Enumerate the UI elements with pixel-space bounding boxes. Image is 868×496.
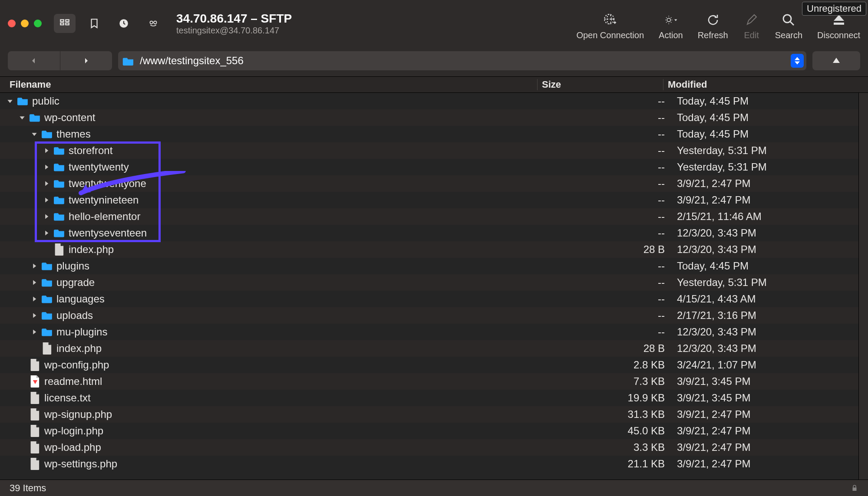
folder-row[interactable]: twentynineteen -- 3/9/21, 2:47 PM xyxy=(0,192,868,208)
disclosure-triangle-icon[interactable] xyxy=(30,263,38,269)
folder-row[interactable]: storefront -- Yesterday, 5:31 PM xyxy=(0,142,868,159)
folder-row[interactable]: themes -- Today, 4:45 PM xyxy=(0,126,868,142)
row-modified: 12/3/20, 3:43 PM xyxy=(673,227,868,239)
row-modified: 12/3/20, 3:43 PM xyxy=(673,243,868,256)
disclosure-triangle-icon[interactable] xyxy=(43,148,50,154)
close-window-icon[interactable] xyxy=(8,20,16,27)
go-up-button[interactable] xyxy=(812,51,860,70)
file-tree[interactable]: public -- Today, 4:45 PM wp-content -- T… xyxy=(0,93,868,480)
gear-dropdown-icon xyxy=(662,11,680,29)
row-filename: readme.html xyxy=(44,375,102,388)
table-header[interactable]: Filename Size Modified xyxy=(0,76,868,93)
minimize-window-icon[interactable] xyxy=(21,20,29,27)
row-filename: index.php xyxy=(69,243,114,256)
folder-icon xyxy=(54,179,65,188)
file-row[interactable]: readme.html 7.3 KB 3/9/21, 3:45 PM xyxy=(0,373,868,390)
svg-point-13 xyxy=(783,15,791,23)
column-header-modified[interactable]: Modified xyxy=(663,79,858,90)
row-filename: wp-config.php xyxy=(44,359,109,371)
folder-row[interactable]: wp-content -- Today, 4:45 PM xyxy=(0,109,868,126)
disclosure-triangle-icon[interactable] xyxy=(43,197,50,203)
folder-row[interactable]: plugins -- Today, 4:45 PM xyxy=(0,258,868,274)
folder-icon xyxy=(17,96,29,106)
bookmarks-button[interactable] xyxy=(83,14,105,33)
file-row[interactable]: wp-login.php 45.0 KB 3/9/21, 2:47 PM xyxy=(0,423,868,439)
folder-icon xyxy=(54,146,65,155)
disclosure-triangle-icon[interactable] xyxy=(30,131,38,137)
svg-rect-15 xyxy=(834,23,844,25)
disclosure-triangle-icon[interactable] xyxy=(6,98,14,104)
column-header-filename[interactable]: Filename xyxy=(10,79,537,90)
folder-row[interactable]: twentyseventeen -- 12/3/20, 3:43 PM xyxy=(0,225,868,241)
cryptomator-button[interactable] xyxy=(142,14,164,33)
folder-row[interactable]: twentytwenty -- Yesterday, 5:31 PM xyxy=(0,159,868,175)
svg-rect-2 xyxy=(66,20,69,21)
disclosure-triangle-icon[interactable] xyxy=(43,214,50,220)
file-row[interactable]: wp-load.php 3.3 KB 3/9/21, 2:47 PM xyxy=(0,439,868,456)
disclosure-triangle-icon[interactable] xyxy=(30,296,38,302)
row-size: -- xyxy=(547,227,673,239)
row-size: 28 B xyxy=(547,243,673,256)
row-filename: wp-login.php xyxy=(44,425,103,437)
toolbar-label: Refresh xyxy=(698,30,728,40)
folder-row[interactable]: hello-elementor -- 2/15/21, 11:46 AM xyxy=(0,208,868,225)
file-row[interactable]: index.php 28 B 12/3/20, 3:43 PM xyxy=(0,241,868,258)
row-size: 19.9 KB xyxy=(547,392,673,404)
folder-icon xyxy=(54,162,65,172)
disclosure-triangle-icon[interactable] xyxy=(30,329,38,335)
file-icon xyxy=(30,426,41,436)
file-row[interactable]: license.txt 19.9 KB 3/9/21, 3:45 PM xyxy=(0,390,868,406)
file-row[interactable]: index.php 28 B 12/3/20, 3:43 PM xyxy=(0,340,868,357)
toolbar-action-button[interactable]: Action xyxy=(659,11,683,40)
status-item-count: 39 Items xyxy=(10,483,46,494)
nav-forward-button[interactable] xyxy=(60,51,112,70)
row-size: -- xyxy=(547,128,673,140)
disclosure-triangle-icon[interactable] xyxy=(43,164,50,170)
folder-icon xyxy=(42,327,53,337)
file-icon xyxy=(30,393,41,403)
folder-row[interactable]: mu-plugins -- 12/3/20, 3:43 PM xyxy=(0,324,868,340)
file-row[interactable]: wp-config.php 2.8 KB 3/24/21, 1:07 PM xyxy=(0,357,868,373)
folder-row[interactable]: twentytwentyone -- 3/9/21, 2:47 PM xyxy=(0,175,868,192)
row-modified: 3/9/21, 2:47 PM xyxy=(673,458,868,470)
zoom-window-icon[interactable] xyxy=(34,20,42,27)
disclosure-triangle-icon[interactable] xyxy=(30,312,38,319)
nav-back-button[interactable] xyxy=(8,51,60,70)
file-row[interactable]: wp-settings.php 21.1 KB 3/9/21, 2:47 PM xyxy=(0,456,868,472)
history-button[interactable] xyxy=(113,14,135,33)
row-filename: wp-content xyxy=(44,112,95,124)
folder-row[interactable]: public -- Today, 4:45 PM xyxy=(0,93,868,109)
disclosure-triangle-icon[interactable] xyxy=(43,230,50,236)
toolbar-refresh-button[interactable]: Refresh xyxy=(698,11,728,40)
path-field[interactable]: /www/testingsitex_556 xyxy=(118,51,806,70)
disclosure-triangle-icon[interactable] xyxy=(18,115,26,121)
file-row[interactable]: wp-signup.php 31.3 KB 3/9/21, 2:47 PM xyxy=(0,406,868,423)
folder-row[interactable]: uploads -- 2/17/21, 3:16 PM xyxy=(0,307,868,324)
disclosure-triangle-icon[interactable] xyxy=(30,279,38,286)
nav-history-segmented[interactable] xyxy=(8,51,112,70)
pencil-icon xyxy=(743,11,760,29)
toolbar-label: Open Connection xyxy=(576,30,644,40)
svg-point-5 xyxy=(150,21,153,24)
row-filename: twentytwenty xyxy=(69,161,129,173)
folder-icon xyxy=(30,113,41,122)
view-toggle-browser-button[interactable] xyxy=(54,14,76,33)
folder-row[interactable]: languages -- 4/15/21, 4:43 AM xyxy=(0,291,868,307)
window-controls[interactable] xyxy=(8,20,42,27)
svg-rect-0 xyxy=(60,20,64,21)
vertical-scrollbar[interactable] xyxy=(858,93,868,480)
file-icon xyxy=(30,443,41,452)
row-size: -- xyxy=(547,260,673,272)
disclosure-triangle-icon[interactable] xyxy=(43,181,50,187)
row-modified: 12/3/20, 3:43 PM xyxy=(673,326,868,338)
folder-icon xyxy=(42,129,53,139)
row-modified: 3/9/21, 3:45 PM xyxy=(673,392,868,404)
svg-rect-1 xyxy=(60,23,64,25)
toolbar-search-button[interactable]: Search xyxy=(775,11,802,40)
path-stepper[interactable] xyxy=(791,54,804,68)
row-filename: twentyseventeen xyxy=(69,227,147,239)
column-header-size[interactable]: Size xyxy=(537,79,663,90)
folder-row[interactable]: upgrade -- Yesterday, 5:31 PM xyxy=(0,274,868,291)
row-size: -- xyxy=(547,326,673,338)
toolbar-open-connection-button[interactable]: Open Connection xyxy=(576,11,644,40)
